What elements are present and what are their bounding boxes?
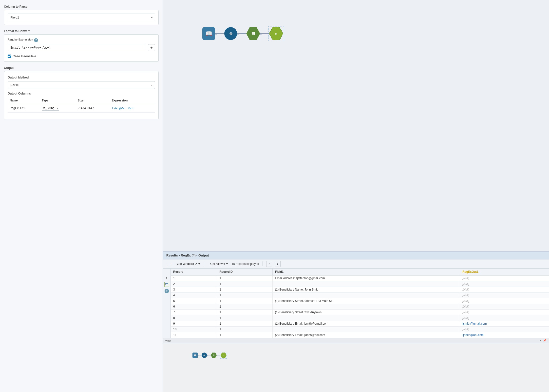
canvas-area[interactable]: 📖 ⊕: [163, 0, 549, 251]
table-row: 41[Null]: [171, 293, 549, 298]
col-header-name: Name: [8, 97, 40, 104]
scroll-up-button[interactable]: ↑: [266, 261, 272, 267]
results-table-wrapper[interactable]: Record RecordID Field1 RegExOut1 11Email…: [171, 269, 549, 338]
cell-recordid: 1: [217, 321, 272, 327]
cell-regexout1: [Null]: [460, 275, 549, 281]
conn-dot-2: [237, 33, 239, 35]
cell-recordid: 1: [217, 332, 272, 338]
output-col-type: V_String String Int32 ▾: [40, 104, 76, 113]
left-icon-column: Σ ?: [163, 269, 171, 338]
fields-button[interactable]: 3 of 3 Fields ✓ ▾: [175, 261, 202, 267]
cell-record: 11: [171, 332, 217, 338]
output-method-select[interactable]: Parse Match Replace: [8, 81, 155, 89]
fields-text: 3 of 3 Fields: [177, 262, 194, 266]
table-node[interactable]: ▤: [246, 27, 260, 40]
cell-recordid: 1: [217, 298, 272, 304]
regex-add-button[interactable]: +: [148, 44, 155, 51]
table-row: 11Email Address: sjefferson@gmail.com[Nu…: [171, 275, 549, 281]
results-panel: Results - RegEx (4) - Output 3 of 3 Fiel…: [163, 251, 549, 338]
workflow-row: 📖 ⊕: [202, 27, 283, 40]
cell-regexout1: [Null]: [460, 310, 549, 315]
mini-data-node: ⊕: [202, 353, 207, 358]
collapse-icon[interactable]: ∨: [539, 339, 541, 342]
conn-line-3: [262, 33, 268, 34]
cell-field1: [272, 327, 460, 332]
cell-recordid: 1: [217, 304, 272, 310]
pin-icon[interactable]: 📌: [543, 339, 547, 342]
output-col-expression: (\w+@\w+.\w+): [110, 104, 155, 113]
case-insensitive-checkbox[interactable]: [8, 55, 11, 58]
col-regexout1-header: RegExOut1: [460, 269, 549, 275]
cell-recordid: 1: [217, 327, 272, 332]
cell-recordid: 1: [217, 293, 272, 298]
regex-node[interactable]: (*): [269, 27, 283, 40]
minimap-panel: view ∨ 📌 📖 ⊕: [163, 338, 549, 392]
mini-regex-node: (.*): [221, 353, 227, 358]
data-node[interactable]: ⊕: [224, 27, 237, 40]
cell-viewer-dropdown-icon: ▾: [226, 262, 228, 266]
sigma-icon-area[interactable]: [165, 262, 173, 266]
cell-record: 10: [171, 327, 217, 332]
cell-recordid: 1: [217, 287, 272, 293]
book-node[interactable]: 📖: [202, 27, 215, 40]
minimap-header: view ∨ 📌: [163, 338, 549, 343]
table-node-icon: ▤: [251, 31, 255, 36]
regex-input-row: +: [8, 44, 155, 51]
output-columns-label: Output Columns: [8, 92, 155, 95]
help-circle-icon[interactable]: ?: [165, 289, 169, 293]
mini-book-node: 📖: [192, 353, 198, 358]
cell-viewer-button[interactable]: Cell Viewer ▾: [209, 261, 229, 266]
column-to-parse-label: Column to Parse: [4, 5, 159, 8]
col-record-header: Record: [171, 269, 217, 275]
table-row: 31(1) Beneficiary Name: John Smith[Null]: [171, 287, 549, 293]
minimap-canvas[interactable]: 📖 ⊕: [163, 343, 549, 392]
col-recordid-header: RecordID: [217, 269, 272, 275]
cell-viewer-label: Cell Viewer: [210, 262, 225, 266]
output-type-select[interactable]: V_String String Int32: [42, 106, 59, 111]
output-col-size: 2147483647: [76, 104, 110, 113]
cell-field1: [272, 281, 460, 287]
cell-record: 1: [171, 275, 217, 281]
regex-input[interactable]: [8, 44, 146, 51]
mini-conn-1: [198, 355, 202, 356]
conn-dot-1: [215, 33, 217, 35]
cell-regexout1: [Null]: [460, 281, 549, 287]
results-toolbar: 3 of 3 Fields ✓ ▾ Cell Viewer ▾ 15 recor…: [163, 259, 549, 269]
records-displayed-text: 15 records displayed: [232, 262, 259, 266]
cell-record: 7: [171, 310, 217, 315]
fields-dropdown-icon: ▾: [198, 262, 200, 266]
table-row: 111(2) Beneficiary Email: ljones@aol.com…: [171, 332, 549, 338]
connector-3: [260, 33, 269, 35]
format-to-convert-label: Format to Convert: [4, 29, 159, 33]
right-panel: 📖 ⊕: [163, 0, 549, 392]
regex-field-group: Regular Expression ? +: [8, 38, 155, 51]
column-to-parse-select[interactable]: Field1 Field2 RecordID: [8, 14, 155, 21]
table-row: 51(1) Beneficiary Street Address: 123 Ma…: [171, 298, 549, 304]
conn-line-1: [217, 33, 223, 34]
cell-regexout1: [Null]: [460, 298, 549, 304]
table-row: 81[Null]: [171, 315, 549, 321]
sigma-icon[interactable]: Σ: [166, 276, 168, 280]
mini-table-node: ▤: [211, 353, 217, 358]
col-header-type: Type: [40, 97, 76, 104]
cell-recordid: 1: [217, 315, 272, 321]
conn-dot-3: [260, 33, 262, 35]
cell-field1: (1) Beneficiary Street Address: 123 Main…: [272, 298, 460, 304]
output-columns-table: Name Type Size Expression RegExOut1: [8, 97, 155, 113]
rectangle-tool-icon[interactable]: [164, 282, 169, 287]
case-insensitive-label: Case Insensitive: [13, 54, 36, 58]
regex-label: Regular Expression: [8, 38, 33, 41]
cell-record: 5: [171, 298, 217, 304]
cell-regexout1: [Null]: [460, 315, 549, 321]
cell-regexout1: [Null]: [460, 293, 549, 298]
help-icon[interactable]: ?: [34, 38, 38, 42]
cell-field1: (1) Beneficiary Street City: Anytown: [272, 310, 460, 315]
fields-check-icon: ✓: [195, 262, 197, 266]
up-arrow-icon: ↑: [268, 262, 270, 266]
col-header-size: Size: [76, 97, 110, 104]
cell-record: 2: [171, 281, 217, 287]
regex-node-icon: (*): [275, 33, 277, 35]
scroll-down-button[interactable]: ↓: [275, 261, 281, 267]
toolbar-separator-2: [263, 261, 263, 266]
toolbar-separator-1: [205, 261, 205, 266]
